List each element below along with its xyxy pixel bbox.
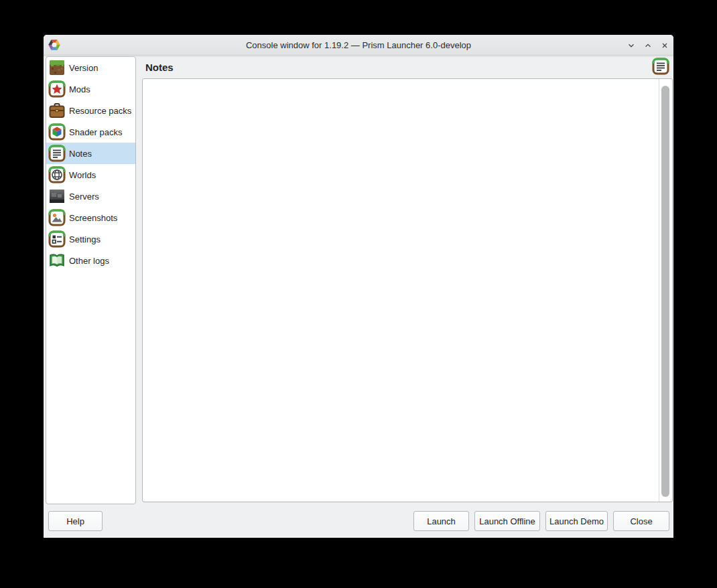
globe-icon (48, 166, 66, 183)
page-list: Version Mods Resource packs (46, 56, 136, 504)
sidebar-item-label: Other logs (69, 256, 109, 266)
console-window: Console window for 1.19.2 — Prism Launch… (44, 35, 673, 538)
sidebar-item-worlds[interactable]: Worlds (46, 164, 135, 186)
sidebar-item-version[interactable]: Version (46, 57, 135, 78)
launch-demo-button[interactable]: Launch Demo (545, 511, 608, 531)
titlebar[interactable]: Console window for 1.19.2 — Prism Launch… (44, 35, 673, 56)
window-controls (626, 35, 669, 56)
sidebar-item-label: Resource packs (69, 106, 131, 116)
prism-launcher-logo-icon (48, 39, 60, 51)
minimize-button[interactable] (626, 40, 636, 50)
close-window-button[interactable] (659, 40, 669, 50)
settings-list-icon (48, 230, 66, 248)
launch-offline-button[interactable]: Launch Offline (474, 511, 540, 531)
sidebar-item-label: Shader packs (69, 127, 123, 137)
image-icon (48, 209, 66, 226)
page-title: Notes (145, 61, 174, 74)
sidebar-item-mods[interactable]: Mods (46, 78, 135, 100)
sidebar-item-label: Settings (69, 234, 101, 244)
sidebar-item-label: Mods (69, 84, 90, 94)
sidebar-item-label: Screenshots (69, 213, 117, 223)
star-icon (48, 80, 66, 98)
sidebar-item-notes[interactable]: Notes (46, 143, 135, 164)
sidebar-item-label: Servers (69, 192, 99, 202)
close-button[interactable]: Close (613, 511, 669, 531)
open-book-icon (48, 252, 66, 269)
sidebar-item-resource-packs[interactable]: Resource packs (46, 100, 135, 121)
sidebar-item-screenshots[interactable]: Screenshots (46, 207, 135, 228)
sidebar-item-shader-packs[interactable]: Shader packs (46, 121, 135, 143)
sidebar-item-label: Version (69, 63, 98, 73)
notes-textarea[interactable] (142, 78, 673, 502)
sidebar-item-label: Worlds (69, 170, 96, 180)
chevron-up-icon (643, 41, 653, 50)
help-button[interactable]: Help (48, 511, 103, 531)
grass-block-icon (48, 59, 66, 76)
sidebar-item-settings[interactable]: Settings (46, 228, 135, 250)
window-title: Console window for 1.19.2 — Prism Launch… (44, 40, 673, 50)
desktop-background: Console window for 1.19.2 — Prism Launch… (0, 0, 717, 588)
x-icon (660, 41, 669, 50)
vertical-scrollbar[interactable] (659, 79, 672, 502)
maximize-button[interactable] (643, 40, 653, 50)
notes-text[interactable] (145, 81, 656, 500)
chevron-down-icon (627, 41, 636, 50)
cube-icon (48, 123, 66, 141)
scrollbar-thumb[interactable] (661, 86, 669, 497)
sidebar-item-other-logs[interactable]: Other logs (46, 250, 135, 271)
launch-button[interactable]: Launch (413, 511, 469, 531)
header-divider (44, 56, 673, 57)
notes-icon (48, 145, 66, 162)
briefcase-icon (48, 102, 66, 119)
server-thumbnail-icon (48, 188, 66, 205)
sidebar-item-label: Notes (69, 149, 92, 159)
sidebar-item-servers[interactable]: Servers (46, 186, 135, 207)
notes-icon (652, 58, 669, 75)
